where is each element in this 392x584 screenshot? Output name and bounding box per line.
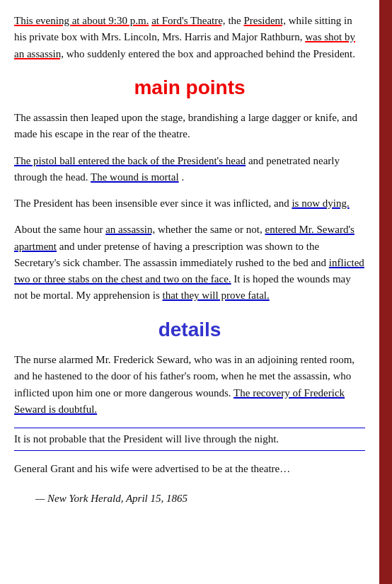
text-fords-theatre: at Ford's Theatre, — [151, 15, 225, 26]
paragraph-3: The pistol ball entered the back of the … — [14, 153, 365, 186]
text-pistol-ball: The pistol ball entered the back of the … — [14, 155, 246, 166]
paragraph-5: About the same hour an assassin, whether… — [14, 222, 365, 304]
paragraph-4: The President has been insensible ever s… — [14, 195, 365, 212]
paragraph-2: The assassin then leaped upon the stage,… — [14, 110, 365, 143]
paragraph-6: The nurse alarmed Mr. Frederick Seward, … — [14, 352, 365, 418]
paragraph-1: This evening at about 9:30 p.m. at Ford'… — [14, 13, 365, 62]
text-president: President, — [243, 15, 286, 26]
text-prove-fatal: that they will prove fatal. — [163, 290, 270, 301]
label-main-points: main points — [14, 72, 365, 103]
text-now-dying: is now dying. — [292, 197, 349, 209]
text-evening-time: This evening at about 9:30 p.m. — [14, 15, 149, 26]
sidebar-accent-bar — [379, 0, 392, 584]
article-content: This evening at about 9:30 p.m. at Ford'… — [0, 0, 379, 584]
citation: — New York Herald, April 15, 1865 — [35, 491, 365, 507]
paragraph-7-highlighted: It is not probable that the President wi… — [14, 428, 365, 451]
label-details: details — [14, 314, 365, 345]
text-wound-mortal: The wound is mortal — [91, 171, 179, 183]
text-an-assassin: an assassin, — [105, 224, 155, 235]
paragraph-8: General Grant and his wife were advertis… — [14, 461, 365, 477]
